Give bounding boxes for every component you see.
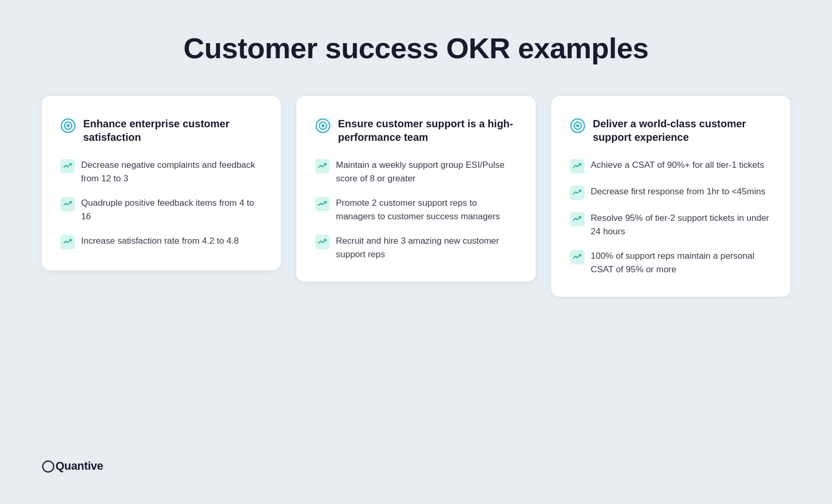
card-1-header: Enhance enterprise customer satisfaction <box>60 117 262 144</box>
kr-text: Increase satisfaction rate from 4.2 to 4… <box>81 234 239 248</box>
kr-text: Maintain a weekly support group ESI/Puls… <box>336 158 517 185</box>
kr-trend-icon <box>570 212 584 227</box>
kr-text: Decrease negative complaints and feedbac… <box>81 158 262 185</box>
kr-text: Decrease first response from 1hr to <45m… <box>591 185 765 198</box>
logo-icon: ◯ <box>42 459 55 473</box>
card-2: Ensure customer support is a high-perfor… <box>296 96 536 282</box>
key-results-list-3: Achieve a CSAT of 90%+ for all tier-1 ti… <box>570 158 772 276</box>
key-result-item: Achieve a CSAT of 90%+ for all tier-1 ti… <box>570 158 772 174</box>
page-title: Customer success OKR examples <box>184 31 648 65</box>
key-result-item: Quadruple positive feedback items from 4… <box>60 196 262 223</box>
svg-point-2 <box>67 124 70 127</box>
brand-name: Quantive <box>56 459 103 473</box>
key-result-item: Promote 2 customer support reps to manag… <box>315 196 517 223</box>
kr-text: Quadruple positive feedback items from 4… <box>81 196 262 223</box>
kr-trend-icon <box>60 159 75 174</box>
kr-trend-icon <box>570 250 584 264</box>
objective-title-1: Enhance enterprise customer satisfaction <box>83 117 262 144</box>
key-result-item: Maintain a weekly support group ESI/Puls… <box>315 158 517 185</box>
kr-trend-icon <box>570 185 584 200</box>
svg-point-8 <box>576 124 579 127</box>
kr-trend-icon <box>60 197 75 211</box>
objective-icon-3 <box>570 118 586 134</box>
key-result-item: Decrease negative complaints and feedbac… <box>60 158 262 185</box>
kr-trend-icon <box>315 159 330 174</box>
card-3-header: Deliver a world-class customer support e… <box>570 117 772 144</box>
objective-title-2: Ensure customer support is a high-perfor… <box>338 117 517 144</box>
card-2-header: Ensure customer support is a high-perfor… <box>315 117 517 144</box>
card-3: Deliver a world-class customer support e… <box>551 96 790 297</box>
objective-title-3: Deliver a world-class customer support e… <box>593 117 772 144</box>
key-results-list-2: Maintain a weekly support group ESI/Puls… <box>315 158 517 261</box>
kr-trend-icon <box>315 197 330 211</box>
key-results-list-1: Decrease negative complaints and feedbac… <box>60 158 262 249</box>
objective-icon-2 <box>315 118 331 134</box>
brand-logo: ◯ Quantive <box>42 459 103 473</box>
kr-text: Promote 2 customer support reps to manag… <box>336 196 517 223</box>
kr-trend-icon <box>570 159 584 174</box>
kr-text: Resolve 95% of tier-2 support tickets in… <box>591 211 772 238</box>
kr-text: 100% of support reps maintain a personal… <box>591 249 772 276</box>
key-result-item: Recruit and hire 3 amazing new customer … <box>315 234 517 261</box>
svg-point-5 <box>321 124 324 127</box>
objective-icon-1 <box>60 118 76 134</box>
card-1: Enhance enterprise customer satisfaction… <box>42 96 281 270</box>
kr-text: Achieve a CSAT of 90%+ for all tier-1 ti… <box>591 158 764 172</box>
kr-trend-icon <box>315 235 330 249</box>
key-result-item: Decrease first response from 1hr to <45m… <box>570 185 772 200</box>
key-result-item: Increase satisfaction rate from 4.2 to 4… <box>60 234 262 249</box>
key-result-item: Resolve 95% of tier-2 support tickets in… <box>570 211 772 238</box>
key-result-item: 100% of support reps maintain a personal… <box>570 249 772 276</box>
footer: ◯ Quantive <box>42 439 790 473</box>
kr-trend-icon <box>60 235 75 249</box>
kr-text: Recruit and hire 3 amazing new customer … <box>336 234 517 261</box>
cards-container: Enhance enterprise customer satisfaction… <box>42 96 790 297</box>
